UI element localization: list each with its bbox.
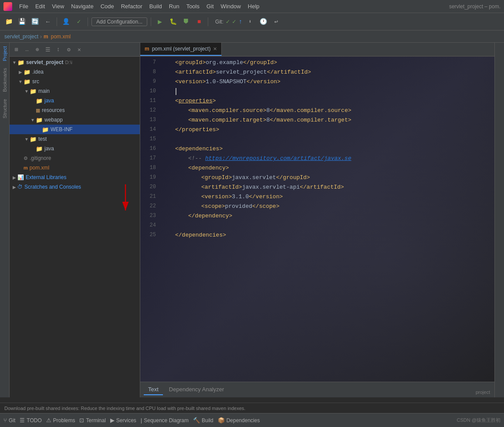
tree-arrow-src[interactable]: ▼ bbox=[17, 79, 24, 84]
project-icon-close[interactable]: ✕ bbox=[75, 45, 84, 54]
code-line-16: <dependencies> bbox=[162, 145, 494, 154]
code-line-18: <dependency> bbox=[162, 164, 494, 173]
stop-btn[interactable]: ■ bbox=[194, 17, 204, 27]
sidebar-tab-project[interactable]: Project bbox=[1, 43, 8, 64]
code-editor[interactable]: <groupId>org.example</groupId> <artifact… bbox=[159, 57, 494, 382]
tree-main[interactable]: ▼ 📁 main bbox=[10, 86, 140, 96]
statusbar-git[interactable]: ⑂ Git bbox=[3, 417, 15, 424]
tree-resources[interactable]: ▦ resources bbox=[10, 105, 140, 115]
tree-arrow-idea[interactable]: ▶ bbox=[17, 70, 24, 75]
run-btn[interactable]: ▶ bbox=[155, 17, 165, 27]
tree-external-libs[interactable]: ▶ 📊 External Libraries bbox=[10, 173, 140, 182]
tree-webinf[interactable]: 📁 WEB-INF bbox=[10, 125, 140, 134]
line-num-9: 9 bbox=[140, 78, 156, 87]
bottom-tab-dependency[interactable]: Dependency Analyzer bbox=[165, 384, 228, 395]
breadcrumb-project[interactable]: servlet_project bbox=[4, 34, 38, 40]
sidebar-tab-structure[interactable]: Structure bbox=[1, 95, 8, 122]
tab-close-btn[interactable]: ✕ bbox=[213, 46, 217, 52]
line-num-21: 21 bbox=[140, 193, 156, 202]
code-line-12: <maven.compiler.source>8</maven.compiler… bbox=[162, 106, 494, 116]
menu-window[interactable]: Window bbox=[218, 2, 244, 10]
git-history-btn[interactable]: 🕐 bbox=[258, 17, 268, 27]
tree-arrow-main[interactable]: ▼ bbox=[24, 89, 30, 94]
project-icon-list[interactable]: ☰ bbox=[44, 45, 52, 54]
sidebar-tab-bookmarks[interactable]: Bookmarks bbox=[1, 64, 8, 95]
project-icon-add[interactable]: ⊕ bbox=[33, 45, 42, 54]
menu-navigate[interactable]: Navigate bbox=[68, 2, 96, 10]
breadcrumb-sep: › bbox=[40, 34, 42, 40]
code-line-10[interactable] bbox=[162, 87, 494, 97]
statusbar-sequence[interactable]: | Sequence Diagram bbox=[141, 417, 189, 424]
git-push-icon[interactable]: ↑ bbox=[239, 18, 242, 25]
tree-scratches[interactable]: ▶ ⏱ Scratches and Consoles bbox=[10, 182, 140, 192]
menu-refactor[interactable]: Refactor bbox=[118, 2, 145, 10]
tree-src[interactable]: ▼ 📁 src bbox=[10, 77, 140, 86]
bottom-tab-text[interactable]: Text bbox=[144, 384, 163, 395]
editor-area: m pom.xml (servlet_project) ✕ 7 8 9 10 1… bbox=[140, 43, 494, 397]
tree-test[interactable]: ▼ 📁 test bbox=[10, 134, 140, 144]
code-line-15 bbox=[162, 135, 494, 145]
tree-gitignore[interactable]: ⚙ .gitignore bbox=[10, 153, 140, 163]
project-icon-gear[interactable]: ⚙ bbox=[64, 45, 73, 54]
menu-run[interactable]: Run bbox=[166, 2, 182, 10]
statusbar-build[interactable]: 🔨 Build bbox=[193, 417, 213, 424]
menu-help[interactable]: Help bbox=[245, 2, 262, 10]
menu-tools[interactable]: Tools bbox=[184, 2, 202, 10]
project-icon-dots[interactable]: … bbox=[23, 45, 31, 54]
tree-pomxml[interactable]: m pom.xml bbox=[10, 163, 140, 173]
toolbar-separator-4 bbox=[208, 17, 208, 26]
menu-file[interactable]: File bbox=[17, 2, 31, 10]
editor-tab-pom[interactable]: m pom.xml (servlet_project) ✕ bbox=[140, 43, 222, 56]
coverage-btn[interactable]: ⛊ bbox=[181, 17, 191, 27]
tree-root[interactable]: ▼ 📁 servlet_project D:\i bbox=[10, 58, 140, 67]
code-line-19: <groupId>javax.servlet</groupId> bbox=[162, 173, 494, 183]
git-check2-icon: ✓ bbox=[232, 18, 236, 25]
toolbar-separator-1 bbox=[57, 17, 57, 26]
git-revert-btn[interactable]: ↩ bbox=[271, 17, 281, 27]
git-fetch-btn[interactable]: ⬇ bbox=[245, 17, 255, 27]
statusbar-problems-label: Problems bbox=[53, 417, 75, 424]
tree-label-idea: .idea bbox=[32, 69, 44, 75]
tree-arrow-root[interactable]: ▼ bbox=[11, 60, 17, 65]
statusbar-services[interactable]: ▶ Services bbox=[110, 417, 136, 424]
menubar: File Edit View Navigate Code Refactor Bu… bbox=[0, 0, 504, 13]
tree-arrow-webapp[interactable]: ▼ bbox=[30, 118, 36, 122]
add-configuration-btn[interactable]: Add Configuration... bbox=[91, 17, 147, 26]
statusbar-dependencies[interactable]: 📦 Dependencies bbox=[218, 417, 260, 424]
tree-idea[interactable]: ▶ 📁 .idea bbox=[10, 67, 140, 77]
project-panel-header: ⊞ … ⊕ ☰ ↕ ⚙ ✕ bbox=[10, 43, 140, 57]
tree-java-test[interactable]: 📁 java bbox=[10, 144, 140, 153]
tree-arrow-external[interactable]: ▶ bbox=[11, 175, 17, 180]
code-line-14: </properties> bbox=[162, 125, 494, 135]
open-folder-btn[interactable]: 📁 bbox=[3, 17, 14, 27]
user-btn[interactable]: 👤 bbox=[61, 17, 71, 27]
menu-code[interactable]: Code bbox=[98, 2, 117, 10]
save-btn[interactable]: 💾 bbox=[17, 17, 27, 27]
menu-build[interactable]: Build bbox=[147, 2, 165, 10]
tree-arrow-test[interactable]: ▼ bbox=[24, 137, 30, 142]
tree-label-webinf: WEB-INF bbox=[51, 126, 73, 132]
menu-view[interactable]: View bbox=[49, 2, 67, 10]
breadcrumb: servlet_project › m pom.xml bbox=[0, 30, 504, 43]
tree-java-main[interactable]: 📁 java bbox=[10, 96, 140, 105]
project-panel: ⊞ … ⊕ ☰ ↕ ⚙ ✕ ▼ 📁 servlet_project D:\i ▶… bbox=[10, 43, 140, 397]
line-num-24: 24 bbox=[140, 221, 156, 231]
debug-btn[interactable]: 🐛 bbox=[168, 17, 178, 27]
tree-arrow-scratches[interactable]: ▶ bbox=[11, 185, 17, 190]
menu-edit[interactable]: Edit bbox=[33, 2, 47, 10]
tree-label-java-test: java bbox=[44, 146, 54, 152]
statusbar-problems[interactable]: ⚠ Problems bbox=[46, 417, 75, 424]
line-num-23: 23 bbox=[140, 212, 156, 221]
tree-webapp[interactable]: ▼ 📁 webapp bbox=[10, 115, 140, 125]
statusbar-todo[interactable]: ☰ TODO bbox=[20, 417, 41, 424]
back-btn[interactable]: ← bbox=[43, 17, 53, 27]
project-icon-sort[interactable]: ↕ bbox=[54, 45, 63, 54]
line-num-10: 10 bbox=[140, 87, 156, 97]
breadcrumb-file[interactable]: pom.xml bbox=[51, 34, 71, 40]
code-line-22: <scope>provided</scope> bbox=[162, 202, 494, 212]
statusbar-terminal[interactable]: ⊡ Terminal bbox=[79, 417, 105, 424]
project-icon-squares[interactable]: ⊞ bbox=[12, 45, 21, 54]
sync-btn[interactable]: 🔄 bbox=[30, 17, 40, 27]
check-btn[interactable]: ✓ bbox=[74, 17, 84, 27]
menu-git[interactable]: Git bbox=[204, 2, 216, 10]
